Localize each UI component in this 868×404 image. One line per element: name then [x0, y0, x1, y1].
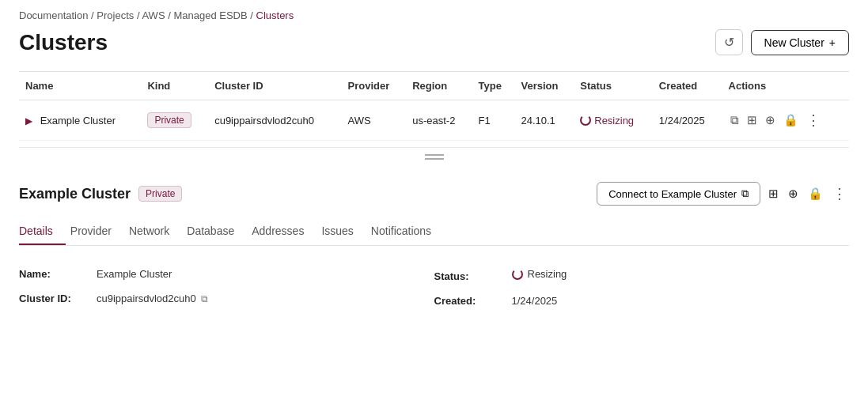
- detail-spin-icon: [512, 269, 523, 280]
- col-kind: Kind: [141, 72, 208, 100]
- plus-icon: +: [829, 36, 836, 49]
- detail-dashboard-icon[interactable]: ⊞: [767, 185, 780, 202]
- detail-panel: Example Cluster Private Connect to Examp…: [19, 166, 849, 313]
- drag-line-1: [425, 154, 444, 156]
- cell-region: us-east-2: [406, 100, 472, 141]
- col-status: Status: [574, 72, 653, 100]
- table-header-row: Name Kind Cluster ID Provider Region Typ…: [19, 72, 849, 100]
- col-provider: Provider: [342, 72, 407, 100]
- status-resizing: Resizing: [580, 115, 646, 126]
- more-actions-icon[interactable]: ⋮: [805, 110, 823, 130]
- tab-addresses[interactable]: Addresses: [252, 218, 316, 245]
- connect-label: Connect to Example Cluster: [608, 188, 737, 200]
- col-type: Type: [472, 72, 515, 100]
- drag-line-2: [425, 158, 444, 160]
- breadcrumb-documentation[interactable]: Documentation: [19, 9, 88, 21]
- name-row: Name: Example Cluster: [19, 262, 434, 286]
- tab-details[interactable]: Details: [19, 218, 66, 245]
- detail-lock-icon[interactable]: 🔒: [806, 185, 824, 202]
- detail-tabs: Details Provider Network Database Addres…: [19, 218, 849, 246]
- dashboard-action-icon[interactable]: ⊞: [745, 111, 759, 129]
- breadcrumb: Documentation / Projects / AWS / Managed…: [19, 9, 849, 21]
- col-created: Created: [653, 72, 722, 100]
- page-title: Clusters: [19, 30, 108, 55]
- col-region: Region: [406, 72, 472, 100]
- connect-button[interactable]: Connect to Example Cluster ⧉: [597, 182, 760, 206]
- breadcrumb-aws[interactable]: AWS: [142, 9, 165, 21]
- name-value: Example Cluster: [97, 268, 172, 280]
- col-cluster-id: Cluster ID: [208, 72, 341, 100]
- detail-header: Example Cluster Private Connect to Examp…: [19, 174, 849, 218]
- action-icons: ⧉ ⊞ ⊕ 🔒 ⋮: [729, 110, 843, 130]
- detail-header-left: Example Cluster Private: [19, 186, 182, 202]
- created-label: Created:: [434, 295, 506, 307]
- details-grid: Name: Example Cluster Cluster ID: cu9ipp…: [19, 262, 849, 313]
- tab-issues[interactable]: Issues: [321, 218, 366, 245]
- name-label: Name:: [19, 268, 90, 280]
- tab-database[interactable]: Database: [187, 218, 247, 245]
- cell-created: 1/24/2025: [653, 100, 722, 141]
- row-expand-icon[interactable]: ▶: [25, 115, 32, 126]
- cluster-id-copy-icon[interactable]: ⧉: [201, 293, 208, 304]
- detail-kind-badge: Private: [138, 186, 182, 202]
- cell-actions: ⧉ ⊞ ⊕ 🔒 ⋮: [722, 100, 849, 141]
- status-row: Status: Resizing: [434, 262, 850, 289]
- upload-action-icon[interactable]: ⊕: [764, 111, 777, 129]
- refresh-button[interactable]: ↺: [715, 29, 743, 55]
- page-header: Clusters ↺ New Cluster +: [19, 29, 849, 55]
- new-cluster-label: New Cluster: [764, 36, 824, 49]
- breadcrumb-managed-esdb[interactable]: Managed ESDB: [173, 9, 247, 21]
- copy-action-icon[interactable]: ⧉: [729, 111, 741, 129]
- cluster-id-value: cu9ippairsdvlod2cuh0 ⧉: [97, 293, 208, 304]
- breadcrumb-clusters: Clusters: [256, 9, 294, 21]
- panel-drag-handle[interactable]: [19, 147, 849, 166]
- tab-network[interactable]: Network: [129, 218, 182, 245]
- kind-badge: Private: [147, 112, 191, 128]
- details-left-col: Name: Example Cluster Cluster ID: cu9ipp…: [19, 262, 434, 313]
- table-row[interactable]: ▶ Example Cluster Private cu9ippairsdvlo…: [19, 100, 849, 141]
- clusters-table-container: Name Kind Cluster ID Provider Region Typ…: [19, 71, 849, 141]
- tab-notifications[interactable]: Notifications: [371, 218, 444, 245]
- spin-icon: [580, 115, 591, 126]
- detail-more-icon[interactable]: ⋮: [831, 183, 849, 204]
- created-row: Created: 1/24/2025: [434, 289, 850, 313]
- col-version: Version: [514, 72, 574, 100]
- breadcrumb-projects[interactable]: Projects: [97, 9, 134, 21]
- col-name: Name: [19, 72, 141, 100]
- cell-status: Resizing: [574, 100, 653, 141]
- cell-version: 24.10.1: [514, 100, 574, 141]
- cell-kind: Private: [141, 100, 208, 141]
- cell-name: ▶ Example Cluster: [19, 100, 141, 141]
- cell-provider: AWS: [342, 100, 407, 141]
- status-value: Resizing: [512, 268, 567, 280]
- header-actions: ↺ New Cluster +: [715, 29, 849, 55]
- cluster-id-row: Cluster ID: cu9ippairsdvlod2cuh0 ⧉: [19, 286, 434, 311]
- lock-action-icon[interactable]: 🔒: [782, 111, 800, 129]
- col-actions: Actions: [722, 72, 849, 100]
- cell-cluster-id: cu9ippairsdvlod2cuh0: [208, 100, 341, 141]
- status-label: Status:: [434, 270, 506, 282]
- detail-upload-icon[interactable]: ⊕: [787, 185, 800, 202]
- detail-actions: Connect to Example Cluster ⧉ ⊞ ⊕ 🔒 ⋮: [597, 182, 849, 206]
- detail-cluster-name: Example Cluster: [19, 186, 131, 202]
- connect-icon: ⧉: [741, 187, 749, 200]
- cell-type: F1: [472, 100, 515, 141]
- details-right-col: Status: Resizing Created: 1/24/2025: [434, 262, 850, 313]
- new-cluster-button[interactable]: New Cluster +: [751, 30, 849, 55]
- clusters-table: Name Kind Cluster ID Provider Region Typ…: [19, 72, 849, 141]
- refresh-icon: ↺: [724, 35, 734, 50]
- created-value: 1/24/2025: [512, 295, 558, 307]
- tab-provider[interactable]: Provider: [70, 218, 124, 245]
- cluster-id-label: Cluster ID:: [19, 293, 90, 304]
